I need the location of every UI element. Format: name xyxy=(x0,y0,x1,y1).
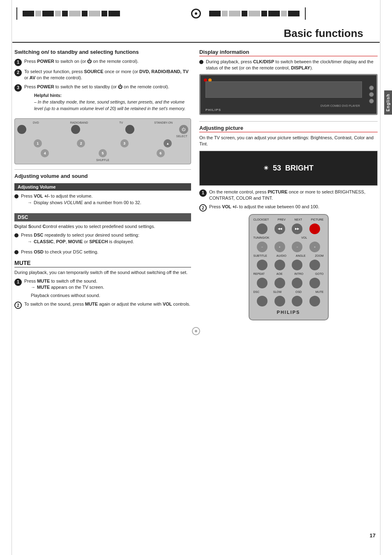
remote-btn-angle xyxy=(292,260,302,270)
page-number: 17 xyxy=(370,532,376,539)
mute-arrow-2: Playback continues without sound. xyxy=(31,292,191,299)
bullet-dot-vol xyxy=(14,194,18,198)
tv-model-text: DVD/R COMBO DVD PLAYER xyxy=(321,104,360,107)
switching-title: Switching on/ to standby and selecting f… xyxy=(14,49,191,56)
remote-btn-audio xyxy=(274,260,285,270)
remote-btn-prev: ◀◀ xyxy=(274,223,285,234)
panel-button-row1: ⏻ xyxy=(17,125,188,134)
mute-intro: During playback, you can temporarily swi… xyxy=(14,269,191,276)
step-number-3: 3 xyxy=(14,84,22,92)
mute-step-num-1: 1 xyxy=(14,279,22,286)
picture-step-1-text: On the remote control, press PICTURE onc… xyxy=(209,189,378,202)
main-content: Switching on/ to standby and selecting f… xyxy=(0,49,392,323)
panel-btn-radio xyxy=(71,125,80,134)
vol-bullet-1-text: Press VOL +/- to adjust the volume. → Di… xyxy=(21,193,191,207)
dsc-intro-item: Digital Sound Control enables you to sel… xyxy=(14,223,191,230)
display-info-title: Display information xyxy=(199,49,378,56)
remote-btn-repeat xyxy=(257,278,267,288)
brightness-label: BRIGHT xyxy=(285,164,314,173)
remote-btn-dsc xyxy=(257,296,267,306)
dsc-bullet-2: Press OSD to check your DSC setting. xyxy=(14,249,191,255)
bottom-cross-icon xyxy=(192,327,200,335)
remote-btn-row-4 xyxy=(254,278,324,288)
num-btn-al: ▲ xyxy=(164,139,172,147)
bullet-dot-display xyxy=(199,60,203,64)
device-panel-illustration: DVD RADIO/BAND TV STANDBY-ON ⏻ SELECT xyxy=(14,118,191,164)
mute-step-num-2: 2 xyxy=(14,302,22,309)
strip-center-icon xyxy=(191,9,201,18)
num-btn-6: 6 xyxy=(157,149,165,157)
display-info-section: Display information During playback, pre… xyxy=(199,49,378,115)
adjusting-picture-section: Adjusting picture On the TV screen, you … xyxy=(199,125,378,321)
remote-btn-minus: − xyxy=(257,242,267,252)
right-col-separator xyxy=(199,121,378,122)
switching-section: Switching on/ to standby and selecting f… xyxy=(14,49,191,164)
adjusting-picture-intro: On the TV screen, you can adjust your pi… xyxy=(199,135,378,147)
panel-btn-standby: ⏻ xyxy=(179,125,188,134)
mute-arrow-1: → MUTE appears on the TV screen. xyxy=(31,284,191,290)
brightness-value: 53 xyxy=(273,164,281,173)
adjusting-volume-bar: Adjusting Volume xyxy=(14,183,191,191)
dsc-bullet-2-text: Press OSD to check your DSC setting. xyxy=(21,249,191,255)
display-tv-illustration: PHILIPS DVD/R COMBO DVD PLAYER xyxy=(199,74,378,115)
tv-knob-1 xyxy=(369,85,374,90)
page-title-area: Basic functions xyxy=(12,23,380,43)
page-title: Basic functions xyxy=(284,27,363,39)
picture-step-num-1: 1 xyxy=(199,189,207,197)
remote-btn-osd xyxy=(292,296,302,306)
picture-step-2-text: Press VOL +/- to adjust the value betwee… xyxy=(209,204,378,210)
picture-tv-screenshot: ☀ 53 BRIGHT xyxy=(199,151,378,186)
picture-step-1: 1 On the remote control, press PICTURE o… xyxy=(199,189,378,202)
remote-btn-aoe xyxy=(274,278,285,288)
picture-step-2: 2 Press VOL +/- to adjust the value betw… xyxy=(199,204,378,212)
switching-step-1: 1 Press POWER to switch on (or ⏻ on the … xyxy=(14,58,191,66)
language-tab: English xyxy=(384,90,392,115)
num-btn-4: 4 xyxy=(41,149,49,157)
panel-btn-dvd xyxy=(17,125,26,134)
right-margin-line xyxy=(380,0,380,555)
step-number-2: 2 xyxy=(14,69,22,76)
remote-btn-minus-v: − xyxy=(292,242,302,252)
helpful-hints: Helpful hints: – In the standby mode, th… xyxy=(34,92,191,112)
dsc-bullet-1-text: Press DSC repeatedly to select your desi… xyxy=(21,232,191,246)
remote-row-labels-3: SUBTITLEAU/DIOANGLEZOOM xyxy=(254,254,324,257)
remote-btn-row-1: ◀◀ ▶▶ xyxy=(254,223,324,234)
top-decorative-strip xyxy=(0,0,392,23)
num-btn-1: 1 xyxy=(34,139,42,147)
panel-row-labels: DVD RADIO/BAND TV STANDBY-ON xyxy=(17,121,188,124)
mute-section: MUTE During playback, you can temporaril… xyxy=(14,260,191,309)
switching-step-1-text: Press POWER to switch on (or ⏻ on the re… xyxy=(24,58,191,64)
switching-step-2-text: To select your function, press SOURCE on… xyxy=(24,69,191,81)
remote-illustration: CLOCKSETPREVNEXTPICTURE ◀◀ ▶▶ TUNING/OK-… xyxy=(249,214,329,320)
remote-btn-next: ▶▶ xyxy=(292,223,302,234)
remote-philips-label: PHILIPS xyxy=(254,310,324,315)
section-divider-1 xyxy=(14,169,191,170)
remote-btn-row-5 xyxy=(254,296,324,306)
brightness-icon: ☀ xyxy=(263,165,269,171)
right-column: Display information During playback, pre… xyxy=(199,49,378,323)
remote-btn-picture xyxy=(309,223,320,234)
tv-knob-2 xyxy=(369,92,374,97)
panel-number-row: 1 2 3 ▲ xyxy=(17,139,188,147)
mute-step-1: 1 Press MUTE to switch off the sound. → … xyxy=(14,278,191,299)
dsc-bullet-1: Press DSC repeatedly to select your desi… xyxy=(14,232,191,246)
display-info-bullet: During playback, press CLK/DISP to switc… xyxy=(199,59,378,71)
remote-row-labels-4: REPEATAOEINTROGOTO xyxy=(254,272,324,275)
mute-step-2-text: To switch on the sound, press MUTE again… xyxy=(24,301,191,307)
vol-arrow: → Display shows VOLUME and a number from… xyxy=(28,200,191,206)
panel-btn-tv xyxy=(125,125,134,134)
bullet-dot-dsc2 xyxy=(14,250,18,254)
volume-section-title: Adjusting volume and sound xyxy=(14,173,191,180)
num-btn-2: 2 xyxy=(77,139,85,147)
mute-step-2: 2 To switch on the sound, press MUTE aga… xyxy=(14,301,191,309)
remote-row-labels-5: DSCSLOWOSDMUTE xyxy=(254,290,324,293)
remote-btn-plus-t: + xyxy=(274,242,285,252)
shuffle-label: SHUFFLE xyxy=(17,159,188,161)
mute-step-1-text: Press MUTE to switch off the sound. → MU… xyxy=(24,278,191,299)
display-info-text: During playback, press CLK/DISP to switc… xyxy=(206,59,378,71)
tv-screen-area xyxy=(205,81,362,98)
step-number-1: 1 xyxy=(14,59,22,66)
remote-btn-intro xyxy=(292,278,302,288)
mute-title: MUTE xyxy=(14,260,191,267)
volume-sound-section: Adjusting volume and sound Adjusting Vol… xyxy=(14,173,191,309)
